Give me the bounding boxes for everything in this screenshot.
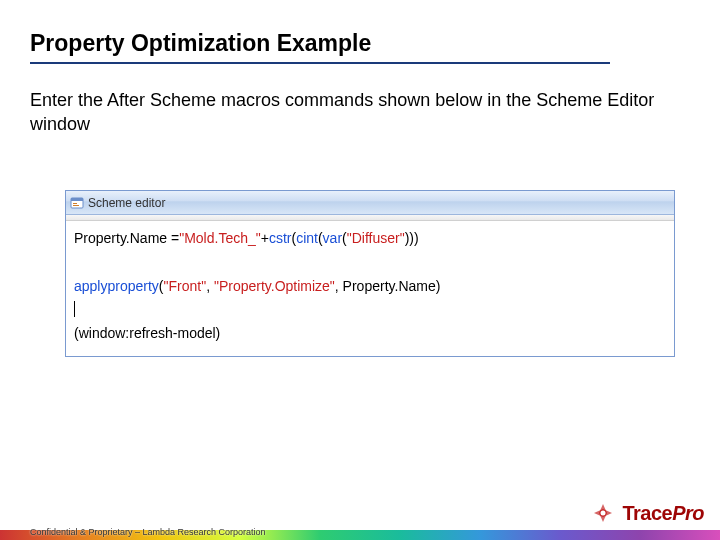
slide-title: Property Optimization Example [30, 30, 371, 57]
brand-logo: TracePro [588, 500, 704, 526]
app-icon [70, 196, 84, 210]
brand-mark-icon [588, 500, 618, 526]
svg-rect-3 [73, 205, 79, 206]
code-line-2: applyproperty("Front", "Property.Optimiz… [74, 275, 666, 299]
code-caret-line [74, 298, 666, 322]
svg-rect-2 [73, 203, 77, 204]
code-area[interactable]: Property.Name ="Mold.Tech_"+cstr(cint(va… [66, 221, 674, 356]
slide-footer: Confidential & Proprietary – Lambda Rese… [0, 508, 720, 540]
brand-name: TracePro [622, 502, 704, 525]
scheme-editor-window: Scheme editor Property.Name ="Mold.Tech_… [65, 190, 675, 357]
svg-point-6 [601, 511, 606, 516]
code-line-3: (window:refresh-model) [74, 322, 666, 346]
text-caret [74, 301, 75, 317]
code-blank-1 [74, 251, 666, 275]
window-title: Scheme editor [88, 196, 165, 210]
instruction-text: Enter the After Scheme macros commands s… [30, 88, 670, 137]
footer-text: Confidential & Proprietary – Lambda Rese… [30, 527, 266, 537]
title-underline [30, 62, 610, 64]
svg-rect-1 [71, 198, 83, 201]
window-titlebar: Scheme editor [66, 191, 674, 215]
code-line-1: Property.Name ="Mold.Tech_"+cstr(cint(va… [74, 227, 666, 251]
